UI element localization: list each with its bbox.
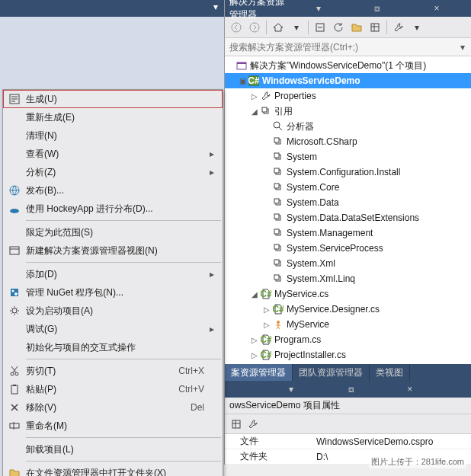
tree-node[interactable]: ▷Properties (225, 88, 471, 104)
tree-node-label: 引用 (274, 105, 293, 118)
menu-item[interactable]: 管理 NuGet 程序包(N)... (3, 283, 223, 302)
tree-node[interactable]: System (225, 149, 471, 165)
home-button[interactable] (270, 19, 287, 36)
tree-node-label: System.Core (287, 182, 339, 193)
alphabetical-button[interactable] (245, 416, 261, 433)
collapse-button[interactable] (312, 19, 328, 36)
ref-icon (272, 212, 284, 224)
preview-button[interactable] (390, 19, 407, 36)
menu-item[interactable]: 重命名(M) (3, 417, 223, 435)
menu-item[interactable]: 调试(G)▸ (3, 320, 223, 338)
properties-toolbar (225, 414, 471, 434)
tree-node[interactable]: System.Xml.Linq (225, 271, 471, 286)
menu-item[interactable]: 清理(N) (3, 126, 223, 145)
search-clear-icon[interactable]: ▾ (454, 42, 471, 53)
watermark-label: 图片上传于：281life.com (369, 455, 466, 468)
panel-tab[interactable]: 案资源管理器 (225, 364, 293, 381)
menu-item[interactable]: 在文件资源管理器中打开文件夹(X) (3, 464, 223, 476)
categorized-button[interactable] (228, 416, 245, 433)
menu-item-label: 分析(Z) (23, 166, 207, 179)
menu-item[interactable]: 粘贴(P)Ctrl+V (3, 380, 223, 398)
tab-dropdown-icon[interactable]: ▾ (207, 0, 224, 14)
menu-item[interactable]: 添加(D)▸ (3, 265, 223, 283)
nav-forward-button[interactable] (246, 19, 263, 36)
menu-separator (26, 220, 221, 221)
tree-node-label: System.Data.DataSetExtensions (287, 212, 419, 223)
menu-item[interactable]: 生成(U) (3, 90, 223, 108)
show-all-button[interactable] (348, 19, 365, 36)
panel-toolbar: ▾ ▾ (225, 17, 471, 38)
editor-tabbar: ▾ (0, 0, 224, 17)
property-row[interactable]: 文件WindowsServiceDemo.cspro (225, 434, 471, 449)
tree-node[interactable]: ▣WindowsServiceDemo (225, 73, 471, 88)
expander-icon[interactable]: ▷ (261, 305, 272, 314)
panel-tabs: 案资源管理器团队资源管理器类视图 (225, 364, 471, 381)
menu-item-label: 发布(B)... (23, 184, 207, 197)
tree-node[interactable]: ▷ProjectInstaller.cs (225, 347, 471, 363)
panel-dropdown-icon[interactable]: ▾ (289, 384, 348, 395)
expander-icon[interactable]: ▣ (237, 77, 248, 85)
panel-close-icon[interactable]: × (407, 384, 466, 395)
panel-pin-icon[interactable]: ⧈ (348, 3, 408, 14)
csfile-icon (272, 303, 284, 315)
folder-icon (6, 468, 23, 476)
panel-pin-icon[interactable]: ⧈ (348, 384, 408, 395)
menu-item[interactable]: 重新生成(E) (3, 108, 223, 126)
menu-item[interactable]: 剪切(T)Ctrl+X (3, 362, 223, 380)
tree-node[interactable]: ▷MyService (225, 317, 471, 332)
tree-node[interactable]: ◢MyService.cs (225, 286, 471, 302)
expander-icon[interactable]: ◢ (249, 107, 260, 116)
refresh-button[interactable] (330, 19, 347, 36)
expander-icon[interactable]: ▷ (261, 321, 272, 329)
panel-close-icon[interactable]: × (407, 3, 466, 14)
tree-node[interactable]: 分析器 (225, 119, 471, 134)
rename-icon (6, 420, 23, 431)
tree-node[interactable]: System.Xml (225, 256, 471, 271)
menu-item[interactable]: 发布(B)... (3, 181, 223, 200)
tree-node[interactable]: ◢引用 (225, 104, 471, 119)
tree-node[interactable]: System.ServiceProcess (225, 241, 471, 256)
properties-button[interactable] (367, 19, 383, 36)
expander-icon[interactable]: ▷ (249, 92, 260, 101)
toolbar-separator (308, 21, 309, 34)
tree-node-label: WindowsServiceDemo (262, 75, 360, 86)
menu-item[interactable]: 查看(W)▸ (3, 145, 223, 163)
more-button[interactable]: ▾ (409, 19, 425, 36)
tree-node-label: 分析器 (287, 120, 314, 133)
menu-item[interactable]: 移除(V)Del (3, 398, 223, 417)
tree-node[interactable]: System.Management (225, 225, 471, 241)
nav-back-button[interactable] (228, 19, 245, 36)
property-name: 文件 (225, 434, 316, 449)
menu-item[interactable]: 设为启动项目(A) (3, 302, 223, 320)
menu-item[interactable]: 卸载项目(L) (3, 440, 223, 458)
menu-item[interactable]: 使用 HockeyApp 进行分布(D)... (3, 200, 223, 218)
panel-tab[interactable]: 团队资源管理器 (293, 364, 370, 381)
menu-item-label: 重新生成(E) (23, 111, 207, 124)
panel-tab[interactable]: 类视图 (370, 364, 410, 381)
search-input[interactable] (225, 42, 454, 53)
sync-button[interactable]: ▾ (288, 19, 305, 36)
expander-icon[interactable]: ▷ (249, 351, 260, 359)
publish-icon (6, 185, 23, 196)
tree-node[interactable]: ▷Program.cs (225, 332, 471, 347)
panel-dropdown-icon[interactable]: ▾ (289, 3, 348, 14)
menu-item[interactable]: 初始化与项目的交互式操作 (3, 338, 223, 356)
tree-node[interactable]: Microsoft.CSharp (225, 134, 471, 149)
menu-item[interactable]: 限定为此范围(S) (3, 223, 223, 241)
menu-item[interactable]: 新建解决方案资源管理器视图(N) (3, 241, 223, 260)
ref-icon (272, 273, 284, 285)
ref-icon (272, 136, 284, 148)
expander-icon[interactable]: ▷ (249, 336, 260, 344)
solution-tree[interactable]: 解决方案"WindowsServiceDemo"(1 个项目)▣WindowsS… (225, 56, 471, 364)
tree-node[interactable]: ▷MyService.Designer.cs (225, 302, 471, 317)
tree-node[interactable]: System.Data (225, 195, 471, 210)
tree-node[interactable]: System.Core (225, 180, 471, 195)
menu-item[interactable]: 分析(Z)▸ (3, 163, 223, 181)
expander-icon[interactable]: ◢ (249, 290, 260, 299)
menu-item-label: 清理(N) (23, 129, 207, 142)
tree-node[interactable]: System.Data.DataSetExtensions (225, 210, 471, 225)
csfile-icon (260, 334, 272, 346)
tree-node[interactable]: 解决方案"WindowsServiceDemo"(1 个项目) (225, 58, 471, 73)
tree-node[interactable]: System.Configuration.Install (225, 165, 471, 180)
tree-node-label: System.Xml (287, 258, 335, 269)
